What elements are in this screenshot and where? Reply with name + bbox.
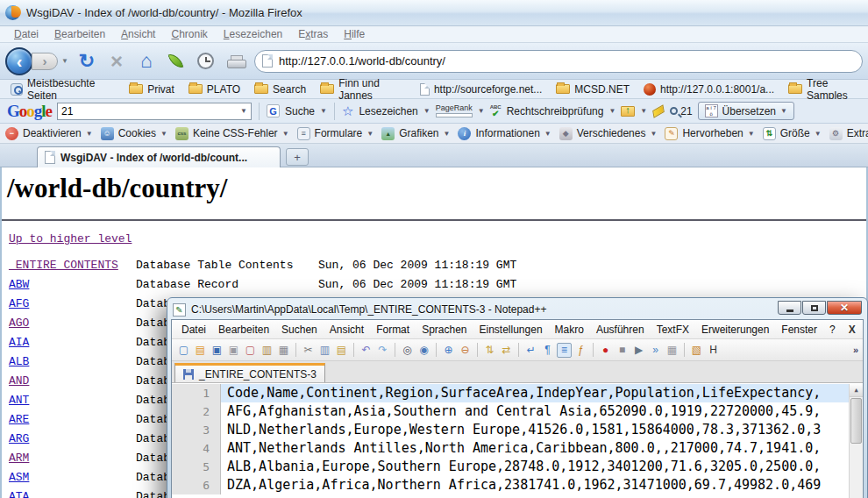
line-text[interactable]: NLD,Netherlands,Europe,Western Europe,41… bbox=[221, 421, 863, 439]
notepad-menu-sprachen[interactable]: Sprachen bbox=[416, 322, 473, 338]
reload-button[interactable]: ↻ bbox=[75, 50, 98, 73]
webdev-verschiedenes[interactable]: ◆ Verschiedenes ▼ bbox=[559, 127, 658, 140]
bookmark-search[interactable]: Search bbox=[249, 82, 311, 96]
notepad-menu-ansicht[interactable]: Ansicht bbox=[324, 322, 370, 338]
translate-dropdown-icon[interactable]: ▼ bbox=[780, 107, 787, 115]
browser-tab[interactable]: WsgiDAV - Index of /world-db/count... bbox=[37, 146, 281, 167]
redo-icon[interactable]: ↷ bbox=[375, 343, 390, 358]
zoom-out-icon[interactable]: ⊖ bbox=[458, 343, 473, 358]
bookmark-privat[interactable]: Privat bbox=[124, 82, 180, 96]
entry-link-ant[interactable]: ANT bbox=[9, 394, 136, 407]
toolbar-overflow-icon[interactable]: » bbox=[853, 345, 858, 355]
webdev-gr-e[interactable]: ⇅ Größe ▼ bbox=[763, 127, 822, 140]
firefox-menu-ansicht[interactable]: Ansicht bbox=[114, 27, 162, 41]
bookmark-meistbesuchte-seiten[interactable]: Meistbesuchte Seiten bbox=[5, 76, 120, 103]
cut-icon[interactable]: ✂ bbox=[301, 343, 316, 358]
bookmark-finn-und-jannes[interactable]: Finn und Jannes bbox=[315, 76, 411, 103]
sync-horizontal-icon[interactable]: ⇄ bbox=[499, 343, 514, 358]
bookmarks-dropdown-icon[interactable]: ▼ bbox=[423, 107, 430, 115]
minimize-button[interactable] bbox=[778, 301, 801, 315]
bookmark-tree-samples[interactable]: Tree Samples bbox=[783, 76, 868, 103]
notepad-editor[interactable]: 1 Code,Name,Continent,Region,SurfaceArea… bbox=[172, 383, 863, 498]
indent-guide-icon[interactable]: ≡ bbox=[557, 343, 572, 358]
back-button[interactable]: ‹ bbox=[5, 47, 33, 75]
print-button[interactable] bbox=[224, 50, 247, 73]
scroll-thumb[interactable] bbox=[850, 398, 862, 444]
notepad-menu-close-doc[interactable]: X bbox=[842, 322, 863, 338]
play-multi-icon[interactable]: » bbox=[648, 343, 663, 358]
new-tab-button[interactable]: + bbox=[286, 148, 309, 166]
send-to-icon[interactable] bbox=[621, 106, 635, 117]
entry-link-are[interactable]: ARE bbox=[9, 413, 136, 426]
entry-link-aia[interactable]: AIA bbox=[9, 336, 136, 349]
up-to-higher-level-link[interactable]: Up to higher level bbox=[9, 232, 132, 245]
play-macro-icon[interactable]: ▶ bbox=[631, 343, 646, 358]
webdev-formulare[interactable]: ≡ Formulare ▼ bbox=[297, 127, 374, 140]
notepad-menu-bearbeiten[interactable]: Bearbeiten bbox=[212, 322, 275, 338]
forward-button[interactable]: › bbox=[32, 53, 58, 70]
entry-link-abw[interactable]: ABW bbox=[9, 278, 136, 291]
show-all-chars-icon[interactable]: ¶ bbox=[540, 343, 555, 358]
notepad-menu-suchen[interactable]: Suchen bbox=[275, 322, 324, 338]
history-dropdown-icon[interactable]: ▼ bbox=[61, 57, 68, 65]
notepad-menu-textfx[interactable]: TextFX bbox=[651, 322, 695, 338]
webdev-dropdown-icon[interactable]: ▼ bbox=[815, 130, 822, 138]
function-list-icon[interactable]: ƒ bbox=[573, 343, 588, 358]
webdev-cookies[interactable]: ☺ Cookies ▼ bbox=[101, 127, 167, 140]
close-button[interactable]: ✕ bbox=[827, 301, 862, 315]
webdev-dropdown-icon[interactable]: ▼ bbox=[86, 130, 93, 138]
send-to-dropdown-icon[interactable]: ▼ bbox=[640, 107, 647, 115]
textfx-icon[interactable]: ▧ bbox=[689, 343, 704, 358]
notepad-menu-help[interactable]: ? bbox=[823, 322, 842, 338]
line-text[interactable]: DZA,Algeria,Africa,Northern Africa,23817… bbox=[221, 476, 863, 494]
url-bar[interactable]: http://127.0.0.1/world-db/country/ bbox=[254, 50, 863, 73]
webdev-deaktivieren[interactable]: − Deaktivieren ▼ bbox=[5, 127, 93, 140]
highlighter-icon[interactable] bbox=[652, 104, 665, 117]
close-doc-icon[interactable]: ▢ bbox=[243, 343, 258, 358]
firefox-menu-extras[interactable]: Extras bbox=[291, 27, 335, 41]
save-all-icon[interactable]: ▣ bbox=[226, 343, 241, 358]
save-macro-icon[interactable]: ▦ bbox=[665, 343, 679, 358]
google-search-button[interactable]: Suche bbox=[285, 105, 315, 117]
webdev-hervorheben[interactable]: ✎ Hervorheben ▼ bbox=[665, 127, 754, 140]
scroll-up-icon[interactable]: ▲ bbox=[850, 384, 863, 397]
bookmark-http-sourceforge-net[interactable]: http://sourceforge.net... bbox=[415, 82, 547, 96]
zoom-in-icon[interactable]: ⊕ bbox=[441, 343, 456, 358]
line-text[interactable]: AFG,Afghanistan,Asia,Southern and Centra… bbox=[221, 402, 863, 421]
entry-link-and[interactable]: AND bbox=[9, 374, 136, 388]
search-dropdown-icon[interactable]: ▼ bbox=[240, 107, 247, 115]
url-text[interactable]: http://127.0.0.1/world-db/country/ bbox=[279, 54, 445, 68]
entry-link-asm[interactable]: ASM bbox=[9, 471, 136, 484]
entry-link-arg[interactable]: ARG bbox=[9, 432, 136, 445]
notepad-menu-erweiterungen[interactable]: Erweiterungen bbox=[695, 322, 775, 338]
copy-icon[interactable]: ▥ bbox=[317, 343, 332, 358]
line-text[interactable]: ANT,Netherlands Antilles,North America,C… bbox=[221, 439, 863, 458]
bookmark-plato[interactable]: PLATO bbox=[183, 82, 245, 96]
firefox-menu-bearbeiten[interactable]: Bearbeiten bbox=[47, 27, 112, 41]
notepad-menu-format[interactable]: Format bbox=[370, 322, 416, 338]
entry-link-alb[interactable]: ALB bbox=[9, 355, 136, 368]
firefox-menu-datei[interactable]: Datei bbox=[7, 27, 46, 41]
webdev-dropdown-icon[interactable]: ▼ bbox=[282, 130, 289, 138]
find-icon[interactable]: ◎ bbox=[400, 343, 415, 358]
stop-macro-icon[interactable]: ■ bbox=[615, 343, 630, 358]
bookmark-http-127-0-0-1-8001-a[interactable]: http://127.0.0.1:8001/a... bbox=[638, 82, 779, 96]
entry-link-ago[interactable]: AGO bbox=[9, 317, 136, 330]
pagerank-widget[interactable]: PageRank bbox=[436, 104, 473, 117]
notepad-menu-einstellungen[interactable]: Einstellungen bbox=[473, 322, 549, 338]
close-all-docs-icon[interactable]: ▥ bbox=[260, 343, 274, 358]
spellcheck-dropdown-icon[interactable]: ▼ bbox=[608, 107, 615, 115]
open-folder-icon[interactable]: ▤ bbox=[193, 343, 208, 358]
webdev-dropdown-icon[interactable]: ▼ bbox=[748, 130, 755, 138]
save-icon[interactable]: ▣ bbox=[210, 343, 224, 358]
entry-link-arm[interactable]: ARM bbox=[9, 452, 136, 465]
bookmark-star-icon[interactable]: ☆ bbox=[342, 103, 353, 119]
entry-link-ata[interactable]: ATA bbox=[9, 490, 136, 498]
webdev-extras[interactable]: ⚙ Extras ▼ bbox=[829, 127, 868, 140]
search-options-icon[interactable]: ▼ bbox=[320, 107, 327, 115]
webdev-dropdown-icon[interactable]: ▼ bbox=[366, 130, 374, 138]
extension-leaf-button[interactable] bbox=[165, 50, 188, 73]
firefox-menu-chronik[interactable]: Chronik bbox=[164, 27, 214, 41]
notepad-menu-ausf-hren[interactable]: Ausführen bbox=[590, 322, 651, 338]
entry-link-entire-contents[interactable]: _ENTIRE_CONTENTS bbox=[9, 259, 136, 272]
